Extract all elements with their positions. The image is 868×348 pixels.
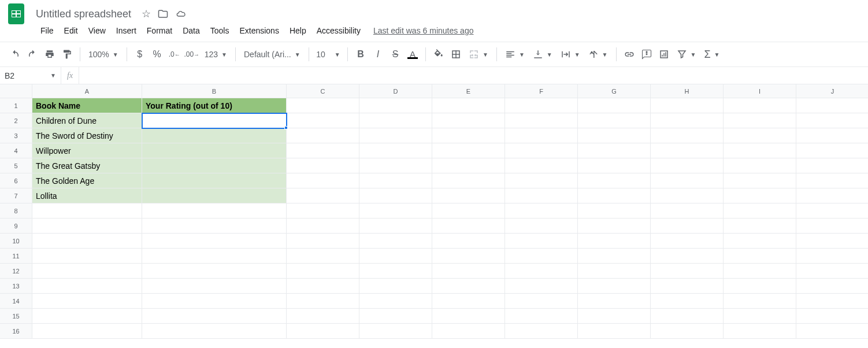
- cell-I2[interactable]: [724, 113, 796, 128]
- cell-D2[interactable]: [359, 113, 432, 128]
- cell-C1[interactable]: [287, 98, 359, 113]
- cell-A16[interactable]: [32, 324, 142, 339]
- cell-H7[interactable]: [651, 188, 724, 203]
- cell-B9[interactable]: [142, 219, 287, 234]
- cell-H10[interactable]: [651, 234, 724, 249]
- menu-file[interactable]: File: [36, 24, 58, 38]
- menu-extensions[interactable]: Extensions: [235, 24, 283, 38]
- cell-J11[interactable]: [796, 249, 868, 264]
- cell-C3[interactable]: [287, 128, 359, 143]
- cell-I8[interactable]: [724, 203, 796, 219]
- merge-cells-button[interactable]: ▼: [465, 49, 492, 60]
- cell-B15[interactable]: [142, 309, 287, 324]
- cell-C15[interactable]: [287, 309, 359, 324]
- cell-A1[interactable]: Book Name: [32, 98, 142, 113]
- column-header-G[interactable]: G: [578, 84, 651, 98]
- cell-F2[interactable]: [505, 113, 578, 128]
- cell-B2[interactable]: [142, 113, 287, 128]
- menu-accessibility[interactable]: Accessibility: [312, 24, 365, 38]
- filter-button[interactable]: ▼: [673, 49, 700, 60]
- cell-B4[interactable]: [142, 143, 287, 158]
- redo-button[interactable]: [24, 46, 40, 62]
- cell-F8[interactable]: [505, 203, 578, 219]
- cell-A7[interactable]: Lollita: [32, 188, 142, 203]
- menu-view[interactable]: View: [84, 24, 110, 38]
- decrease-decimal-button[interactable]: .0←: [166, 46, 183, 62]
- cell-C13[interactable]: [287, 279, 359, 294]
- last-edit-link[interactable]: Last edit was 6 minutes ago: [373, 26, 474, 35]
- cell-H15[interactable]: [651, 309, 724, 324]
- cell-G11[interactable]: [578, 249, 651, 264]
- cell-J2[interactable]: [796, 113, 868, 128]
- row-header-8[interactable]: 8: [0, 203, 32, 219]
- cell-I5[interactable]: [724, 158, 796, 173]
- row-header-1[interactable]: 1: [0, 98, 32, 113]
- increase-decimal-button[interactable]: .00→: [184, 46, 200, 62]
- cell-G3[interactable]: [578, 128, 651, 143]
- row-header-2[interactable]: 2: [0, 113, 32, 128]
- cell-I12[interactable]: [724, 264, 796, 279]
- cell-H11[interactable]: [651, 249, 724, 264]
- cell-C4[interactable]: [287, 143, 359, 158]
- cell-H14[interactable]: [651, 294, 724, 309]
- cell-E13[interactable]: [432, 279, 505, 294]
- cell-C9[interactable]: [287, 219, 359, 234]
- cell-B1[interactable]: Your Rating (out of 10): [142, 98, 287, 113]
- cell-C2[interactable]: [287, 113, 359, 128]
- cell-G7[interactable]: [578, 188, 651, 203]
- cell-F9[interactable]: [505, 219, 578, 234]
- cell-E3[interactable]: [432, 128, 505, 143]
- cell-I7[interactable]: [724, 188, 796, 203]
- cell-F11[interactable]: [505, 249, 578, 264]
- cell-A11[interactable]: [32, 249, 142, 264]
- cell-B3[interactable]: [142, 128, 287, 143]
- cell-E8[interactable]: [432, 203, 505, 219]
- cell-A13[interactable]: [32, 279, 142, 294]
- cell-G4[interactable]: [578, 143, 651, 158]
- cell-D16[interactable]: [359, 324, 432, 339]
- cell-A8[interactable]: [32, 203, 142, 219]
- cell-A4[interactable]: Willpower: [32, 143, 142, 158]
- cell-J13[interactable]: [796, 279, 868, 294]
- name-box[interactable]: B2▼: [0, 67, 61, 84]
- cell-C7[interactable]: [287, 188, 359, 203]
- cell-J16[interactable]: [796, 324, 868, 339]
- cell-I9[interactable]: [724, 219, 796, 234]
- cell-H6[interactable]: [651, 173, 724, 188]
- star-icon[interactable]: ☆: [142, 8, 151, 20]
- cell-F16[interactable]: [505, 324, 578, 339]
- cell-B7[interactable]: [142, 188, 287, 203]
- cell-H5[interactable]: [651, 158, 724, 173]
- cell-E10[interactable]: [432, 234, 505, 249]
- cell-C11[interactable]: [287, 249, 359, 264]
- cell-B5[interactable]: [142, 158, 287, 173]
- cell-I6[interactable]: [724, 173, 796, 188]
- cell-G2[interactable]: [578, 113, 651, 128]
- cell-D6[interactable]: [359, 173, 432, 188]
- cell-J1[interactable]: [796, 98, 868, 113]
- v-align-button[interactable]: ▼: [529, 49, 556, 60]
- row-header-10[interactable]: 10: [0, 234, 32, 249]
- cell-H13[interactable]: [651, 279, 724, 294]
- cell-D12[interactable]: [359, 264, 432, 279]
- cell-C10[interactable]: [287, 234, 359, 249]
- italic-button[interactable]: I: [370, 46, 386, 62]
- paint-format-button[interactable]: [59, 46, 75, 62]
- row-header-13[interactable]: 13: [0, 279, 32, 294]
- row-header-3[interactable]: 3: [0, 128, 32, 143]
- cell-I13[interactable]: [724, 279, 796, 294]
- column-header-D[interactable]: D: [359, 84, 432, 98]
- cell-D5[interactable]: [359, 158, 432, 173]
- cell-D11[interactable]: [359, 249, 432, 264]
- row-header-4[interactable]: 4: [0, 143, 32, 158]
- menu-edit[interactable]: Edit: [60, 24, 83, 38]
- wrap-button[interactable]: ▼: [557, 49, 584, 60]
- cell-D3[interactable]: [359, 128, 432, 143]
- cell-C14[interactable]: [287, 294, 359, 309]
- cell-A15[interactable]: [32, 309, 142, 324]
- cell-A6[interactable]: The Golden Age: [32, 173, 142, 188]
- cell-A10[interactable]: [32, 234, 142, 249]
- cell-I3[interactable]: [724, 128, 796, 143]
- functions-button[interactable]: Σ▼: [700, 49, 723, 61]
- cell-J12[interactable]: [796, 264, 868, 279]
